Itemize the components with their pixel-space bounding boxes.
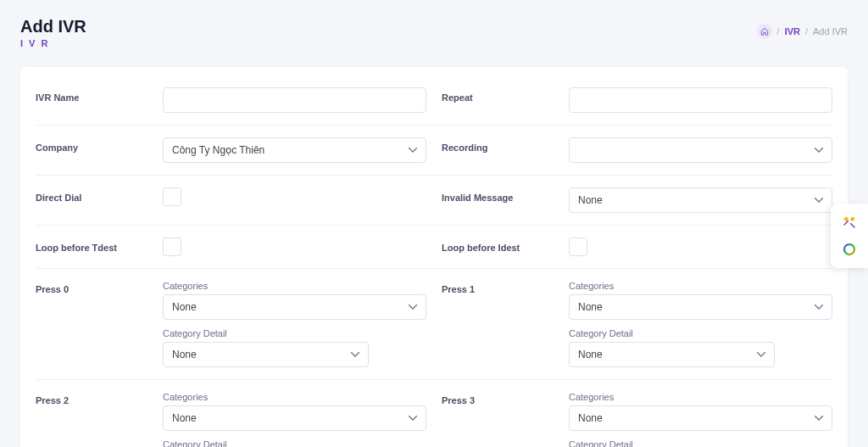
loop-tdest-checkbox[interactable]	[163, 237, 181, 256]
invalid-message-select[interactable]: None	[569, 187, 832, 213]
press-1-categories-label: Categories	[569, 281, 832, 291]
press-2-detail-label: Category Detail	[163, 439, 426, 447]
press-0-detail-label: Category Detail	[163, 328, 426, 338]
breadcrumb-current: Add IVR	[813, 26, 848, 36]
svg-point-0	[844, 244, 854, 254]
settings-icon[interactable]	[837, 210, 861, 234]
press-3-detail-label: Category Detail	[569, 439, 832, 447]
direct-dial-label: Direct Dial	[36, 187, 163, 203]
breadcrumb-separator: /	[777, 26, 780, 36]
press-1-detail-select[interactable]: None	[569, 342, 775, 367]
press-0-categories-select[interactable]: None	[163, 294, 426, 320]
press-0-label: Press 0	[36, 281, 163, 294]
press-3-label: Press 3	[442, 392, 569, 405]
company-select[interactable]: Công Ty Ngọc Thiên	[163, 137, 426, 163]
ivr-name-label: IVR Name	[36, 87, 163, 103]
breadcrumb-separator: /	[805, 26, 808, 36]
recording-select[interactable]	[569, 137, 832, 163]
invalid-message-label: Invalid Message	[442, 187, 569, 203]
press-0-categories-label: Categories	[163, 281, 426, 291]
form-card: IVR Name Repeat Company Công Ty Ngọc Thi…	[20, 67, 848, 447]
loop-idest-checkbox[interactable]	[569, 237, 587, 256]
refresh-icon[interactable]	[837, 237, 861, 261]
repeat-input[interactable]	[569, 87, 832, 113]
page-subtitle: I V R	[20, 38, 86, 48]
loop-tdest-label: Loop before Tdest	[36, 237, 163, 253]
page-title: Add IVR	[20, 17, 86, 36]
press-0-detail-select[interactable]: None	[163, 342, 369, 367]
loop-idest-label: Loop before Idest	[442, 237, 569, 253]
home-icon[interactable]	[757, 24, 772, 39]
floating-toolbar	[831, 204, 868, 268]
direct-dial-checkbox[interactable]	[163, 187, 181, 206]
press-2-label: Press 2	[36, 392, 163, 405]
press-1-categories-select[interactable]: None	[569, 294, 832, 320]
press-2-categories-label: Categories	[163, 392, 426, 402]
recording-label: Recording	[442, 137, 569, 153]
breadcrumb: / IVR / Add IVR	[757, 24, 848, 39]
ivr-name-input[interactable]	[163, 87, 426, 113]
repeat-label: Repeat	[442, 87, 569, 103]
company-label: Company	[36, 137, 163, 153]
press-1-label: Press 1	[442, 281, 569, 294]
press-3-categories-select[interactable]: None	[569, 405, 832, 431]
press-1-detail-label: Category Detail	[569, 328, 832, 338]
press-2-categories-select[interactable]: None	[163, 405, 426, 431]
breadcrumb-ivr-link[interactable]: IVR	[785, 26, 800, 36]
press-3-categories-label: Categories	[569, 392, 832, 402]
